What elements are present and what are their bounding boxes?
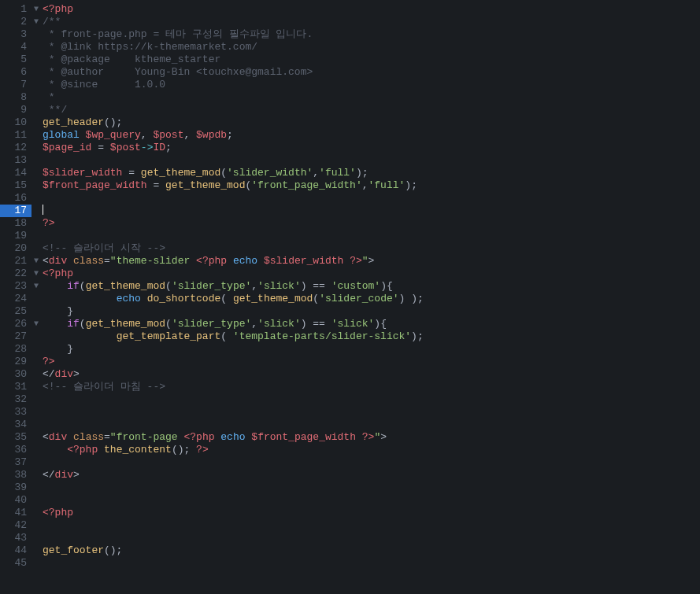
fold-marker[interactable] bbox=[31, 431, 41, 444]
code-line[interactable]: <?php bbox=[43, 3, 700, 16]
code-line[interactable]: <!-- 슬라이더 시작 --> bbox=[43, 242, 700, 255]
code-line[interactable]: /** bbox=[43, 16, 700, 28]
fold-gutter[interactable]: ▼▼▼▼▼▼ bbox=[31, 0, 41, 594]
code-line[interactable]: **/ bbox=[43, 104, 700, 116]
line-number[interactable]: 14 bbox=[0, 167, 31, 179]
code-line[interactable]: } bbox=[43, 305, 700, 318]
line-number[interactable]: 45 bbox=[0, 557, 31, 570]
fold-marker[interactable] bbox=[31, 53, 41, 66]
line-number[interactable]: 24 bbox=[0, 293, 31, 305]
line-number[interactable]: 4 bbox=[0, 41, 31, 53]
code-line[interactable] bbox=[43, 393, 700, 406]
line-number[interactable]: 6 bbox=[0, 66, 31, 79]
line-number[interactable]: 22 bbox=[0, 267, 31, 280]
line-number[interactable]: 35 bbox=[0, 431, 31, 444]
code-line[interactable]: * @link https://k-thememarket.com/ bbox=[43, 41, 700, 53]
code-line[interactable]: echo do_shortcode( get_theme_mod('slider… bbox=[43, 293, 700, 305]
fold-marker[interactable] bbox=[31, 293, 41, 305]
line-number[interactable]: 42 bbox=[0, 519, 31, 532]
code-line[interactable]: * @since 1.0.0 bbox=[43, 79, 700, 91]
fold-marker[interactable] bbox=[31, 217, 41, 230]
line-number-gutter[interactable]: 1234567891011121314151617181920212223242… bbox=[0, 0, 31, 594]
code-line[interactable]: </div> bbox=[43, 469, 700, 481]
code-line[interactable] bbox=[43, 481, 700, 494]
line-number[interactable]: 25 bbox=[0, 305, 31, 318]
code-line[interactable]: * front-page.php = 테마 구성의 필수파일 입니다. bbox=[43, 28, 700, 41]
fold-marker[interactable] bbox=[31, 142, 41, 154]
code-editor[interactable]: 1234567891011121314151617181920212223242… bbox=[0, 0, 700, 594]
code-line[interactable]: <div class="front-page <?php echo $front… bbox=[43, 431, 700, 444]
line-number[interactable]: 39 bbox=[0, 481, 31, 494]
fold-marker[interactable] bbox=[31, 330, 41, 343]
line-number[interactable]: 5 bbox=[0, 53, 31, 66]
line-number[interactable]: 20 bbox=[0, 242, 31, 255]
line-number[interactable]: 15 bbox=[0, 179, 31, 192]
code-line[interactable] bbox=[43, 192, 700, 205]
code-line[interactable]: global $wp_query, $post, $wpdb; bbox=[43, 129, 700, 142]
code-line[interactable]: </div> bbox=[43, 368, 700, 381]
fold-marker[interactable] bbox=[31, 41, 41, 53]
line-number[interactable]: 36 bbox=[0, 444, 31, 456]
line-number[interactable]: 19 bbox=[0, 230, 31, 242]
line-number[interactable]: 28 bbox=[0, 343, 31, 356]
line-number[interactable]: 27 bbox=[0, 330, 31, 343]
line-number[interactable]: 30 bbox=[0, 368, 31, 381]
code-line[interactable]: ?> bbox=[43, 356, 700, 368]
code-line[interactable] bbox=[43, 494, 700, 507]
fold-marker[interactable] bbox=[31, 91, 41, 104]
fold-marker[interactable] bbox=[31, 129, 41, 142]
line-number[interactable]: 1 bbox=[0, 3, 31, 16]
code-line[interactable]: <?php bbox=[43, 507, 700, 519]
fold-marker[interactable] bbox=[31, 368, 41, 381]
fold-marker[interactable] bbox=[31, 494, 41, 507]
fold-marker[interactable] bbox=[31, 507, 41, 519]
code-line[interactable]: <!-- 슬라이더 마침 --> bbox=[43, 381, 700, 393]
code-line[interactable]: <?php the_content(); ?> bbox=[43, 444, 700, 456]
code-line[interactable] bbox=[43, 456, 700, 469]
fold-marker[interactable] bbox=[31, 544, 41, 557]
code-line[interactable]: $front_page_width = get_theme_mod('front… bbox=[43, 179, 700, 192]
line-number[interactable]: 31 bbox=[0, 381, 31, 393]
line-number[interactable]: 38 bbox=[0, 469, 31, 481]
line-number[interactable]: 2 bbox=[0, 16, 31, 28]
code-line[interactable]: * @package ktheme_starter bbox=[43, 53, 700, 66]
line-number[interactable]: 8 bbox=[0, 91, 31, 104]
code-line[interactable]: get_template_part( 'template-parts/slide… bbox=[43, 330, 700, 343]
fold-marker[interactable] bbox=[31, 192, 41, 205]
line-number[interactable]: 34 bbox=[0, 419, 31, 431]
code-line[interactable]: <?php bbox=[43, 267, 700, 280]
line-number[interactable]: 40 bbox=[0, 494, 31, 507]
fold-marker[interactable] bbox=[31, 79, 41, 91]
fold-marker[interactable] bbox=[31, 356, 41, 368]
fold-marker[interactable] bbox=[31, 305, 41, 318]
line-number[interactable]: 3 bbox=[0, 28, 31, 41]
fold-marker[interactable] bbox=[31, 481, 41, 494]
fold-marker[interactable]: ▼ bbox=[31, 255, 41, 267]
fold-marker[interactable]: ▼ bbox=[31, 280, 41, 293]
line-number[interactable]: 37 bbox=[0, 456, 31, 469]
fold-marker[interactable] bbox=[31, 66, 41, 79]
code-line[interactable] bbox=[43, 406, 700, 419]
fold-marker[interactable] bbox=[31, 242, 41, 255]
fold-marker[interactable] bbox=[31, 116, 41, 129]
fold-marker[interactable] bbox=[31, 154, 41, 167]
code-line[interactable]: * @author Young-Bin <touchxe@gmail.com> bbox=[43, 66, 700, 79]
code-line[interactable]: $slider_width = get_theme_mod('slider_wi… bbox=[43, 167, 700, 179]
line-number[interactable]: 43 bbox=[0, 532, 31, 544]
line-number[interactable]: 32 bbox=[0, 393, 31, 406]
code-line[interactable] bbox=[43, 230, 700, 242]
code-line[interactable] bbox=[43, 519, 700, 532]
fold-marker[interactable]: ▼ bbox=[31, 318, 41, 330]
line-number[interactable]: 17 bbox=[0, 205, 31, 217]
line-number[interactable]: 26 bbox=[0, 318, 31, 330]
line-number[interactable]: 44 bbox=[0, 544, 31, 557]
code-line[interactable]: } bbox=[43, 343, 700, 356]
fold-marker[interactable] bbox=[31, 557, 41, 570]
code-line[interactable] bbox=[43, 532, 700, 544]
fold-marker[interactable] bbox=[31, 381, 41, 393]
code-line[interactable]: get_header(); bbox=[43, 116, 700, 129]
code-line[interactable]: * bbox=[43, 91, 700, 104]
code-line[interactable]: if(get_theme_mod('slider_type','slick') … bbox=[43, 280, 700, 293]
line-number[interactable]: 23 bbox=[0, 280, 31, 293]
line-number[interactable]: 16 bbox=[0, 192, 31, 205]
